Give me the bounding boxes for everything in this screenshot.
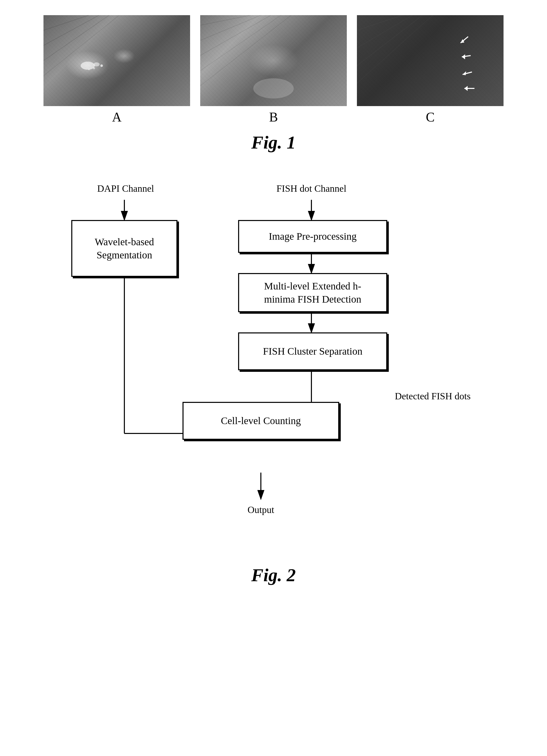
cluster-label: FISH Cluster Separation (263, 345, 362, 358)
svg-line-5 (43, 15, 89, 30)
svg-line-15 (357, 15, 403, 30)
wavelet-box: Wavelet-based Segmentation (71, 220, 177, 277)
svg-marker-26 (464, 86, 468, 91)
svg-line-16 (357, 15, 413, 48)
svg-point-0 (81, 62, 95, 70)
cell-counting-box: Cell-level Counting (182, 402, 339, 440)
fig2-title: Fig. 2 (251, 565, 296, 586)
wavelet-label: Wavelet-based Segmentation (95, 235, 154, 262)
svg-point-1 (93, 62, 100, 66)
fig1-image-c (357, 15, 504, 106)
fig1-images: A B (43, 15, 504, 125)
fig1-image-c-wrapper: C (357, 15, 504, 125)
multilevel-label: Multi-level Extended h- minima FISH Dete… (264, 280, 361, 306)
svg-line-13 (200, 15, 291, 86)
fig1-section: A B (0, 0, 547, 153)
svg-point-4 (88, 69, 90, 70)
fish-channel-label: FISH dot Channel (261, 183, 362, 194)
svg-point-3 (93, 67, 95, 69)
svg-line-17 (357, 15, 423, 66)
fig1-image-a-wrapper: A (43, 15, 190, 125)
multilevel-box: Multi-level Extended h- minima FISH Dete… (238, 273, 387, 312)
fig1-image-b-wrapper: B (200, 15, 347, 125)
dapi-channel-label: DAPI Channel (83, 183, 168, 194)
flowchart: DAPI Channel FISH dot Channel Wavelet-ba… (46, 178, 501, 557)
svg-point-14 (253, 78, 294, 99)
fig1-label-a: A (112, 110, 122, 125)
fig2-section: DAPI Channel FISH dot Channel Wavelet-ba… (0, 173, 547, 606)
svg-point-2 (100, 64, 103, 67)
preprocess-box: Image Pre-processing (238, 220, 387, 253)
svg-line-6 (43, 15, 99, 45)
svg-line-7 (43, 15, 109, 61)
output-label: Output (243, 504, 279, 515)
fig1-title: Fig. 1 (251, 132, 296, 153)
fig1-label-b: B (269, 110, 278, 125)
fig1-image-b (200, 15, 347, 106)
svg-marker-22 (462, 54, 465, 59)
svg-line-11 (200, 15, 271, 56)
cell-counting-label: Cell-level Counting (221, 414, 301, 427)
detected-label: Detected FISH dots (395, 391, 486, 402)
preprocess-label: Image Pre-processing (269, 230, 357, 243)
svg-line-9 (200, 15, 251, 25)
cluster-box: FISH Cluster Separation (238, 332, 387, 370)
fig1-label-c: C (426, 110, 435, 125)
fig1-image-a (43, 15, 190, 106)
